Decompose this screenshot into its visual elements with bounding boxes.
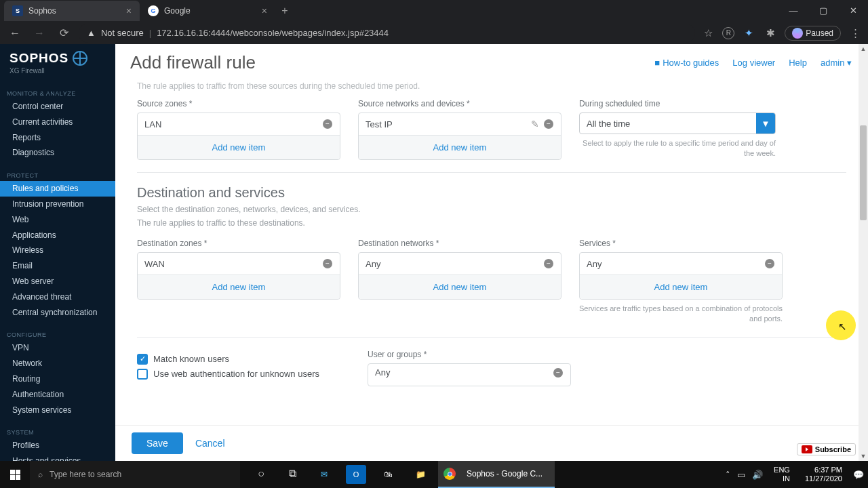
maximize-icon[interactable]: ▢	[808, 0, 838, 20]
pin-icon[interactable]: ✦	[741, 26, 756, 41]
content-scroll[interactable]: The rule applies to traffic from these s…	[115, 79, 868, 425]
close-window-icon[interactable]: ✕	[838, 0, 868, 20]
tab-sophos[interactable]: S Sophos ×	[4, 1, 140, 21]
language-indicator[interactable]: ENGIN	[770, 466, 794, 483]
address-bar: ← → ⟳ ▲ Not secure | 172.16.16.16:4444/w…	[0, 22, 868, 44]
log-viewer-link[interactable]: Log viewer	[732, 58, 775, 68]
help-link[interactable]: Help	[789, 58, 807, 68]
dest-zones-box[interactable]: WAN − Add new item	[137, 252, 340, 300]
star-icon[interactable]: ☆	[701, 26, 715, 41]
notifications-icon[interactable]: 💬	[853, 470, 864, 480]
web-auth-row[interactable]: Use web authentication for unknown users	[137, 369, 340, 380]
match-known-users-row[interactable]: ✓ Match known users	[137, 354, 340, 365]
sidebar-item-diagnostics[interactable]: Diagnostics	[0, 145, 115, 161]
store-icon[interactable]: 🛍	[373, 461, 403, 488]
admin-menu[interactable]: admin ▾	[821, 58, 852, 68]
reload-icon[interactable]: ⟳	[54, 24, 73, 43]
taskbar-search[interactable]: ⌕ Type here to search	[30, 461, 240, 488]
remove-icon[interactable]: −	[322, 258, 333, 269]
profile-paused-badge[interactable]: Paused	[785, 26, 841, 41]
dest-networks-box[interactable]: Any − Add new item	[358, 252, 561, 300]
sidebar-section-header: CONFIGURE	[0, 329, 115, 340]
close-icon[interactable]: ×	[126, 5, 132, 16]
source-networks-label: Source networks and devices *	[358, 99, 561, 108]
cortana-icon[interactable]: ○	[247, 461, 275, 488]
remove-icon[interactable]: −	[543, 258, 554, 269]
mail-app-icon[interactable]: ✉	[309, 461, 339, 488]
tray-chevron-icon[interactable]: ˄	[726, 470, 730, 480]
url-field[interactable]: ▲ Not secure | 172.16.16.16:4444/webcons…	[79, 24, 695, 43]
scroll-up-icon[interactable]: ▲	[859, 44, 868, 54]
source-zones-box[interactable]: LAN − Add new item	[137, 113, 340, 160]
volume-icon[interactable]: 🔊	[752, 470, 763, 480]
outlook-icon[interactable]: O	[346, 465, 366, 484]
sidebar-item-reports[interactable]: Reports	[0, 130, 115, 146]
task-view-icon[interactable]: ⧉	[278, 461, 307, 488]
cursor-icon: ↖	[838, 321, 847, 333]
forward-icon[interactable]: →	[30, 24, 49, 43]
scheduled-time-dropdown[interactable]: All the time ▼	[579, 113, 776, 134]
add-item-button[interactable]: Add new item	[138, 135, 340, 159]
sidebar-item-network[interactable]: Network	[0, 356, 115, 371]
save-button[interactable]: Save	[132, 432, 183, 454]
sidebar-item-web[interactable]: Web	[0, 212, 115, 228]
remove-icon[interactable]: −	[322, 119, 333, 129]
sidebar-item-authentication[interactable]: Authentication	[0, 387, 115, 403]
howto-link[interactable]: ■How-to guides	[654, 58, 719, 68]
tag-text: Any	[375, 367, 550, 378]
minimize-icon[interactable]: —	[778, 0, 808, 20]
sophos-favicon: S	[12, 5, 23, 16]
cancel-button[interactable]: Cancel	[195, 438, 225, 449]
sidebar-item-routing[interactable]: Routing	[0, 371, 115, 387]
sidebar-item-applications[interactable]: Applications	[0, 228, 115, 243]
clock[interactable]: 6:37 PM11/27/2020	[801, 466, 846, 483]
user-groups-box[interactable]: Any −	[368, 363, 571, 386]
sidebar-item-central-synchronization[interactable]: Central synchronization	[0, 305, 115, 321]
subscribe-badge[interactable]: Subscribe	[797, 443, 856, 455]
menu-icon[interactable]: ⋮	[848, 26, 863, 41]
sidebar-item-current-activities[interactable]: Current activities	[0, 115, 115, 130]
add-item-button[interactable]: Add new item	[138, 274, 340, 299]
add-item-button[interactable]: Add new item	[359, 274, 561, 299]
sidebar-item-hosts-and-services[interactable]: Hosts and services	[0, 453, 115, 461]
remove-icon[interactable]: −	[764, 258, 775, 269]
extensions-icon[interactable]: ✱	[763, 26, 778, 41]
sidebar-item-vpn[interactable]: VPN	[0, 340, 115, 356]
explorer-icon[interactable]: 📁	[406, 461, 435, 488]
back-icon[interactable]: ←	[5, 24, 24, 43]
services-box[interactable]: Any − Add new item	[579, 252, 783, 300]
add-item-button[interactable]: Add new item	[580, 274, 782, 299]
remove-icon[interactable]: −	[543, 119, 554, 129]
close-icon[interactable]: ×	[262, 5, 267, 16]
new-tab-button[interactable]: +	[275, 1, 294, 20]
sidebar-item-wireless[interactable]: Wireless	[0, 243, 115, 258]
start-button[interactable]	[0, 461, 30, 488]
sidebar-item-profiles[interactable]: Profiles	[0, 438, 115, 453]
page-title: Add firewall rule	[130, 52, 256, 73]
reader-icon[interactable]: R	[722, 27, 734, 39]
sidebar-item-rules-and-policies[interactable]: Rules and policies	[0, 181, 115, 197]
scroll-down-icon[interactable]: ▼	[859, 451, 868, 461]
sidebar-item-control-center[interactable]: Control center	[0, 99, 115, 115]
dest-zones-label: Destination zones *	[137, 239, 340, 248]
sidebar-item-intrusion-prevention[interactable]: Intrusion prevention	[0, 197, 115, 212]
remove-icon[interactable]: −	[553, 367, 564, 378]
tag-text: LAN	[144, 119, 319, 129]
subscribe-label: Subscribe	[815, 445, 851, 453]
scroll-thumb[interactable]	[860, 125, 867, 220]
sidebar-item-web-server[interactable]: Web server	[0, 274, 115, 289]
intro-text: The rule applies to traffic from these s…	[137, 81, 846, 91]
chrome-app[interactable]: Sophos - Google C...	[438, 461, 555, 488]
battery-icon[interactable]: ▭	[737, 470, 745, 480]
source-networks-box[interactable]: Test IP ✎ − Add new item	[358, 113, 561, 160]
source-zones-label: Source zones *	[137, 99, 340, 108]
checkbox-checked-icon[interactable]: ✓	[137, 354, 148, 365]
sidebar-item-email[interactable]: Email	[0, 258, 115, 274]
add-item-button[interactable]: Add new item	[359, 135, 561, 159]
checkbox-icon[interactable]	[137, 369, 148, 380]
tab-google[interactable]: G Google ×	[140, 1, 275, 21]
sidebar-item-advanced-threat[interactable]: Advanced threat	[0, 289, 115, 305]
sidebar-item-system-services[interactable]: System services	[0, 403, 115, 418]
edit-icon[interactable]: ✎	[530, 119, 540, 129]
scrollbar[interactable]: ▲ ▼	[859, 44, 868, 461]
